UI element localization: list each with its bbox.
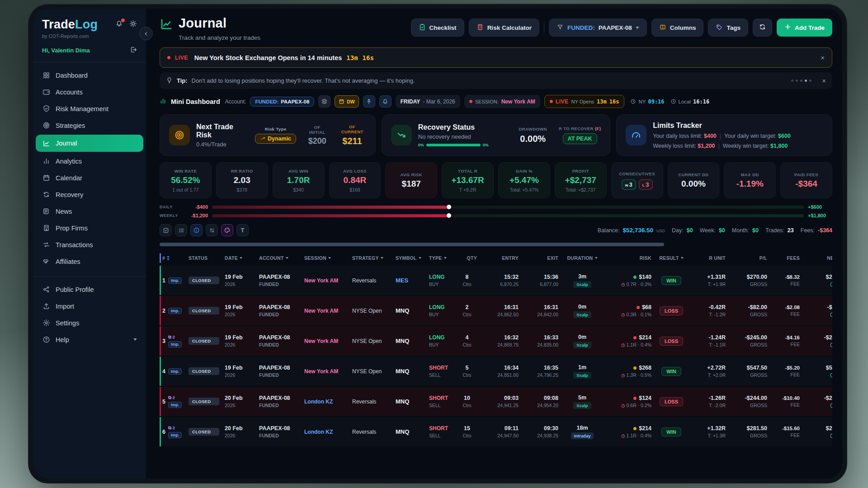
notifications-bell-icon[interactable]	[115, 20, 123, 29]
col-header-session[interactable]: SESSION	[302, 255, 349, 261]
sidebar-item-label: Recovery	[56, 191, 83, 198]
stat-profit: PROFIT+$2,737Total: +$2,737	[555, 162, 607, 198]
risk-dot	[633, 397, 637, 400]
add-trade-button[interactable]: Add Trade	[777, 19, 832, 37]
table-row[interactable]: 4Imp. CLOSED 19 Feb2026 PAAPEX-08FUNDED …	[160, 357, 832, 386]
risk-type-pill[interactable]: Dynamic	[255, 134, 296, 144]
sidebar-item-label: News	[56, 208, 72, 215]
stat-total-r: TOTAL R+13.67RT +9.2R	[442, 162, 494, 198]
divider	[544, 22, 544, 33]
risk-dot	[633, 336, 637, 339]
sidebar-collapse-button[interactable]: ‹	[139, 27, 153, 40]
daily-weekly-toggle[interactable]: DW	[335, 95, 359, 108]
col-header-qty[interactable]: QTY	[454, 255, 480, 261]
tag-icon	[716, 23, 723, 32]
col-header-runit[interactable]: R UNIT	[689, 255, 728, 261]
fees-total: -$364	[818, 227, 832, 234]
main-content: Journal Track and analyze your trades Ch…	[146, 9, 842, 479]
result-badge: WIN	[661, 367, 681, 376]
col-header-pl[interactable]: P/L	[728, 255, 770, 261]
sidebar-item-strategies[interactable]: Strategies	[33, 117, 146, 134]
tags-button[interactable]: Tags	[708, 19, 748, 37]
columns-icon	[659, 23, 666, 32]
theme-toggle-sun-icon[interactable]	[129, 20, 137, 29]
sidebar-item-settings[interactable]: Settings	[33, 314, 146, 331]
refresh-icon	[42, 191, 50, 198]
layout-grid-button[interactable]	[175, 224, 187, 236]
table-row[interactable]: 2Imp. CLOSED 19 Feb2026 PAAPEX-08FUNDED …	[160, 296, 832, 325]
col-header-status[interactable]: STATUS	[186, 255, 222, 261]
sidebar-item-label: Prop Firms	[56, 225, 88, 232]
refresh-button[interactable]	[753, 19, 772, 37]
sidebar-item-journal[interactable]: Journal	[36, 135, 143, 152]
columns-button[interactable]: Columns	[651, 19, 704, 37]
account-pill[interactable]: FUNDED:PAAPEX-08	[250, 97, 314, 107]
app-window: ‹ TradeLog by COT-Reports.com Hi, Valent…	[28, 4, 847, 483]
sidebar-item-news[interactable]: News	[33, 203, 146, 220]
logout-icon[interactable]	[130, 46, 137, 55]
col-header-exit[interactable]: EXIT	[521, 255, 561, 261]
palette-button[interactable]	[221, 224, 233, 236]
col-header-fees[interactable]: FEES	[770, 255, 802, 261]
imported-badge: Imp.	[168, 432, 182, 438]
close-icon[interactable]: ×	[822, 77, 826, 84]
col-header-net[interactable]: NET P/	[802, 255, 832, 261]
table-row[interactable]: 6⧉ 2Imp. CLOSED 20 Feb2026 PAAPEX-08FUND…	[160, 417, 832, 446]
col-header-date[interactable]: DATE	[222, 255, 256, 261]
weekly-limit-bar: WEEKLY -$1,200 +$1,800	[160, 213, 832, 218]
sidebar-item-analytics[interactable]: Analytics	[33, 153, 146, 169]
col-header-risk[interactable]: RISK	[604, 255, 654, 261]
sidebar-item-calendar[interactable]: Calendar	[33, 169, 146, 186]
sidebar-item-accounts[interactable]: Accounts	[33, 84, 146, 100]
table-row[interactable]: 1Imp. CLOSED 19 Feb2026 PAAPEX-08FUNDED …	[160, 266, 832, 295]
select-checkbox-button[interactable]	[160, 224, 172, 236]
text-size-button[interactable]: T	[236, 224, 249, 236]
close-icon[interactable]: ×	[821, 54, 825, 61]
result-badge: WIN	[661, 427, 681, 436]
sidebar-item-public-profile[interactable]: Public Profile	[33, 281, 146, 298]
chevron-down-icon	[133, 338, 137, 341]
stat-consecutives: CONSECUTIVES w3 L3	[611, 162, 663, 198]
mini-dashboard-bar: Mini Dashboard Account: FUNDED:PAAPEX-08…	[160, 95, 832, 108]
sidebar-item-affiliates[interactable]: Affiliates	[33, 253, 146, 270]
info-button[interactable]	[190, 224, 203, 236]
risk-calculator-button[interactable]: Risk Calculator	[469, 19, 539, 37]
col-header-num[interactable]: #	[160, 255, 186, 261]
sidebar-item-label: Analytics	[56, 158, 82, 165]
col-header-account[interactable]: ACCOUNT	[256, 255, 302, 261]
sidebar-item-dashboard[interactable]: Dashboard	[33, 67, 146, 84]
duration-tag: Scalp	[573, 342, 591, 348]
col-header-duration[interactable]: DURATION	[561, 255, 604, 261]
news-icon	[42, 207, 50, 215]
sidebar-item-prop-firms[interactable]: Prop Firms	[33, 220, 146, 236]
checklist-button[interactable]: Checklist	[411, 19, 464, 37]
account-filter-dropdown[interactable]: FUNDED:PAAPEX-08	[549, 19, 647, 37]
col-header-entry[interactable]: ENTRY	[480, 255, 521, 261]
table-row[interactable]: 5⧉ 2Imp. CLOSED 20 Feb2026 PAAPEX-08FUND…	[160, 387, 832, 416]
pin-button[interactable]	[363, 95, 375, 108]
sidebar-item-risk-management[interactable]: Risk Management	[33, 100, 146, 117]
status-badge: CLOSED	[189, 307, 219, 314]
col-header-strategy[interactable]: STRATEGY	[349, 255, 393, 261]
scrollbar-thumb[interactable]	[160, 243, 664, 246]
stat-max-dd: MAX DD-1.19%	[724, 162, 776, 198]
live-message: New York Stock Exchange Opens in 14 minu…	[194, 54, 342, 61]
stat-paid-fees: PAID FEES-$364	[780, 162, 832, 198]
next-trade-risk-card: Next Trade Risk 0.4%/Trade Risk Type Dyn…	[160, 114, 376, 156]
col-header-type[interactable]: TYPE	[426, 255, 454, 261]
sort-button[interactable]	[206, 224, 218, 236]
sidebar-item-transactions[interactable]: Transactions	[33, 236, 146, 253]
table-row[interactable]: 3⧉ 2Imp. CLOSED 19 Feb2026 PAAPEX-08FUND…	[160, 326, 832, 356]
at-peak-badge: AT PEAK	[563, 133, 597, 144]
duration-tag: Scalp	[573, 281, 591, 288]
sidebar-item-import[interactable]: Import	[33, 298, 146, 314]
col-header-result[interactable]: RESULT	[654, 255, 689, 261]
layers-button[interactable]	[318, 95, 330, 108]
tip-pagination-dots[interactable]	[791, 80, 811, 82]
sidebar-item-label: Public Profile	[56, 286, 94, 293]
sidebar-item-recovery[interactable]: Recovery	[33, 186, 146, 203]
col-header-symbol[interactable]: SYMBOL	[393, 255, 426, 261]
result-badge: LOSS	[660, 397, 683, 406]
alerts-bell-button[interactable]	[379, 95, 392, 108]
sidebar-item-help[interactable]: Help	[33, 331, 146, 348]
